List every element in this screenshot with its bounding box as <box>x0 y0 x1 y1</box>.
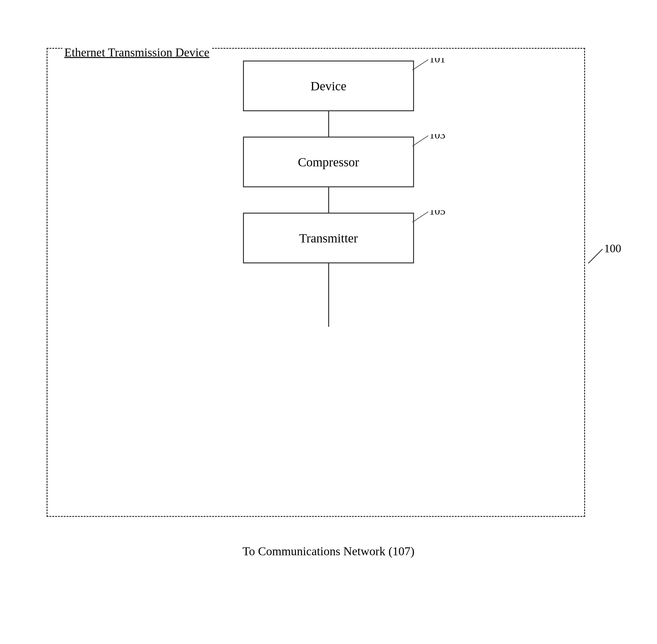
transmitter-block: Transmitter <box>243 213 414 263</box>
device-label: Device <box>310 78 346 93</box>
svg-line-1 <box>413 60 428 70</box>
svg-line-2 <box>413 136 428 146</box>
transmitter-label: Transmitter <box>299 231 358 246</box>
compressor-block: Compressor <box>243 137 414 187</box>
transmitter-block-wrapper: Transmitter 105 <box>243 213 414 263</box>
connector-2 <box>328 187 329 213</box>
bottom-connector <box>328 263 329 327</box>
ref-101-svg: 101 <box>411 58 446 74</box>
inner-content: Device 101 Compressor 103 Transmitter <box>28 61 629 327</box>
compressor-block-wrapper: Compressor 103 <box>243 137 414 187</box>
ref-105-text: 105 <box>429 210 445 217</box>
ref-101-text: 101 <box>429 58 445 65</box>
device-block: Device <box>243 61 414 111</box>
bottom-network-text: To Communications Network (107) <box>28 544 629 558</box>
ref-103-svg: 103 <box>411 134 446 150</box>
device-block-wrapper: Device 101 <box>243 61 414 111</box>
ref-103-text: 103 <box>429 134 445 141</box>
ethernet-device-label: Ethernet Transmission Device <box>63 45 211 59</box>
connector-1 <box>328 111 329 137</box>
svg-line-3 <box>413 212 428 222</box>
diagram-container: Ethernet Transmission Device 100 Device … <box>28 29 629 615</box>
ref-105-svg: 105 <box>411 210 446 226</box>
compressor-label: Compressor <box>298 155 359 169</box>
